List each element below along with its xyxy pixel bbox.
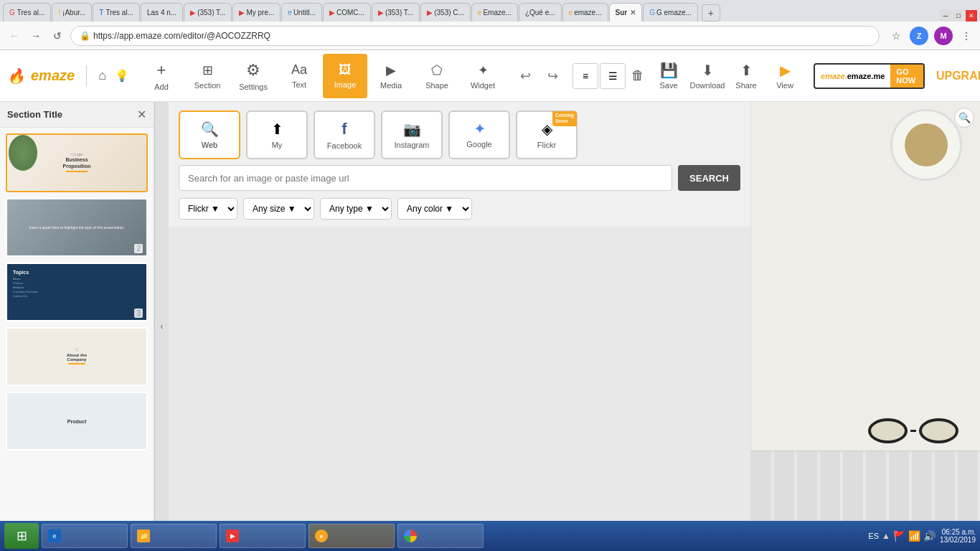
upgrade-button[interactable]: UPGRADE: [936, 70, 980, 83]
tab-3[interactable]: T Tres al...: [93, 3, 140, 22]
tab-4[interactable]: Las 4 n...: [141, 3, 183, 22]
taskbar-ie[interactable]: e: [42, 524, 128, 548]
picker-tab-google[interactable]: ✦ Google: [448, 110, 510, 159]
filter-type-select[interactable]: Any type ▼: [320, 198, 392, 220]
picker-tab-instagram-label: Instagram: [395, 141, 430, 149]
right-preview: 🔍: [750, 102, 980, 551]
image-button[interactable]: 🖼 Image: [323, 54, 367, 98]
emaze-promo[interactable]: emaze.emaze.me GO NOW: [814, 63, 925, 89]
window-controls: ─ □ ✕: [940, 10, 977, 22]
section-label: Section: [194, 81, 221, 90]
share-label: Share: [735, 81, 756, 90]
tab-7[interactable]: e Untitl...: [281, 3, 322, 22]
browser-actions: ☆ Z M ⋮: [888, 27, 974, 45]
taskbar-arrow-up[interactable]: ▲: [882, 531, 890, 541]
search-overlay-button[interactable]: 🔍: [954, 108, 974, 128]
tab-9[interactable]: ▶ (353) T...: [372, 3, 420, 22]
filter-color-select[interactable]: Any color ▼: [397, 198, 472, 220]
view-button[interactable]: ▶ View: [766, 54, 804, 98]
filter-source-select[interactable]: Flickr ▼: [179, 198, 237, 220]
taskbar-emaze[interactable]: e: [308, 524, 395, 548]
layout-btn-1[interactable]: ≡: [573, 63, 598, 89]
bookmark-button[interactable]: ☆: [888, 28, 904, 44]
redo-button[interactable]: ↪: [540, 63, 565, 89]
bulb-icon[interactable]: 💡: [115, 69, 129, 83]
slide-thumb-5[interactable]: Product: [6, 392, 148, 451]
logo-separator: [86, 65, 87, 87]
tab-6-label: My pre...: [246, 9, 274, 17]
taskbar-explorer[interactable]: 📁: [131, 524, 217, 548]
tab-1[interactable]: G Tres al...: [3, 3, 51, 22]
section-button[interactable]: ⊞ Section: [185, 54, 230, 98]
shape-button[interactable]: ⬠ Shape: [415, 54, 459, 98]
filter-size-select[interactable]: Any size ▼: [243, 198, 314, 220]
tab-11[interactable]: e Emaze...: [471, 3, 518, 22]
tab-2[interactable]: ! ¡Abur...: [52, 3, 92, 22]
search-button[interactable]: SEARCH: [678, 165, 740, 191]
download-button[interactable]: ⬇ Download: [689, 54, 726, 98]
maximize-btn[interactable]: □: [953, 10, 964, 22]
taskbar-lang[interactable]: ES: [868, 532, 879, 540]
tab-5-icon: ▶: [190, 9, 196, 17]
media-button[interactable]: ▶ Media: [369, 54, 413, 98]
tab-13[interactable]: e emaze...: [562, 3, 608, 22]
save-button[interactable]: 💾 Save: [650, 54, 687, 98]
logo-text: emaze: [31, 67, 75, 84]
delete-button[interactable]: 🗑: [631, 63, 644, 89]
tab-14-active[interactable]: Sur ✕: [609, 3, 643, 22]
address-text: https://app.emaze.com/editor/@AOCOZZRRQ: [93, 31, 270, 41]
layout-btn-2[interactable]: ☰: [600, 63, 626, 89]
back-button[interactable]: ←: [6, 27, 23, 44]
settings-button[interactable]: ⚙ Settings: [231, 54, 275, 98]
tab-1-label: Tres al...: [17, 9, 45, 17]
start-button[interactable]: ⊞: [4, 523, 39, 549]
close-btn[interactable]: ✕: [966, 10, 977, 22]
emaze-taskbar-icon-text: e: [320, 533, 323, 540]
tab-7-icon: e: [288, 9, 292, 17]
slide-thumb-2[interactable]: Insert a quote here to highlight the top…: [6, 198, 148, 257]
sidebar-toggle[interactable]: ‹: [154, 102, 169, 551]
tab-14-close[interactable]: ✕: [630, 9, 636, 17]
widget-button[interactable]: ✦ Widget: [461, 54, 505, 98]
taskbar-chrome[interactable]: [397, 524, 484, 548]
tab-6[interactable]: ▶ My pre...: [232, 3, 281, 22]
undo-button[interactable]: ↩: [512, 63, 538, 89]
chevron-left-icon: ‹: [161, 321, 164, 331]
profile-btn2[interactable]: M: [934, 27, 953, 45]
address-bar[interactable]: 🔒 https://app.emaze.com/editor/@AOCOZZRR…: [70, 26, 880, 46]
tab-8[interactable]: ▶ COMC...: [323, 3, 371, 22]
picker-tab-instagram[interactable]: 📷 Instagram: [381, 110, 443, 159]
text-button[interactable]: Aa Text: [277, 54, 321, 98]
sidebar-close-button[interactable]: ✕: [137, 108, 146, 121]
search-input[interactable]: [179, 165, 672, 191]
tab-5[interactable]: ▶ (353) T...: [184, 3, 232, 22]
minimize-btn[interactable]: ─: [940, 10, 951, 22]
picker-tab-facebook[interactable]: f Facebook: [314, 110, 375, 159]
taskbar-media[interactable]: ▶: [220, 524, 306, 548]
add-button[interactable]: + Add: [139, 54, 184, 98]
taskbar-system-icons: ES ▲ 🚩 📶 🔊: [868, 530, 936, 542]
slide-thumb-3[interactable]: Topics About Product Analytics Company O…: [6, 263, 148, 321]
ie-icon-text: e: [52, 532, 56, 540]
tab-12[interactable]: ¿Qué e...: [519, 3, 562, 22]
slide-thumb-4[interactable]: ⬡ About theCompany: [6, 327, 148, 386]
profile-btn[interactable]: Z: [910, 27, 928, 45]
refresh-button[interactable]: ↺: [49, 27, 66, 44]
slide-2-text: Insert a quote here to highlight the top…: [27, 222, 128, 232]
tab-8-icon: ▶: [329, 9, 335, 17]
main-area: Section Title ✕ ⬡ Logo BusinessPropositi…: [0, 102, 980, 551]
tab-15[interactable]: G G emaze...: [643, 3, 698, 22]
slide-thumb-1[interactable]: ⬡ Logo BusinessProposition: [6, 133, 148, 192]
tab-10[interactable]: ▶ (353) C...: [420, 3, 471, 22]
shape-label: Shape: [425, 81, 448, 90]
explorer-icon-text: 📁: [140, 532, 148, 540]
menu-button[interactable]: ⋮: [958, 28, 974, 44]
forward-button[interactable]: →: [27, 27, 44, 44]
share-button[interactable]: ⬆ Share: [727, 54, 765, 98]
picker-tab-my[interactable]: ⬆ My: [246, 110, 308, 159]
new-tab-button[interactable]: +: [702, 4, 720, 22]
picker-tab-flickr[interactable]: ◈ Flickr ComingSoon: [516, 110, 578, 159]
home-icon[interactable]: ⌂: [98, 68, 106, 83]
coming-soon-badge: ComingSoon: [552, 111, 577, 126]
picker-tab-web[interactable]: 🔍 Web: [179, 110, 240, 159]
